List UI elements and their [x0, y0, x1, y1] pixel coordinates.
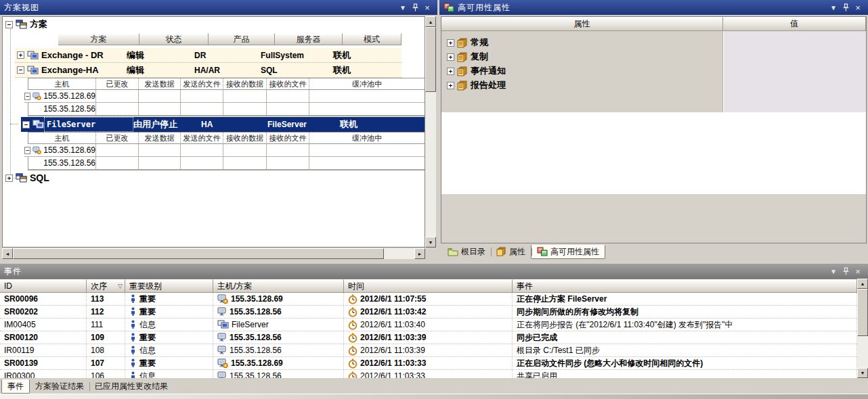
col-header-scenario[interactable]: 方案 — [58, 33, 139, 45]
host-col-header[interactable]: 发送的文件 — [181, 133, 223, 144]
property-group-general[interactable]: + 常规 — [447, 36, 488, 49]
tree-node-sql-group[interactable]: + SQL — [5, 172, 49, 183]
menu-dropdown-icon[interactable]: ▼ — [827, 266, 840, 277]
expand-icon[interactable]: + — [447, 53, 454, 61]
tab-ha-properties[interactable]: 高可用性属性 — [531, 245, 605, 259]
close-icon[interactable]: × — [852, 2, 864, 13]
event-row[interactable]: SR00139 107 重要 155.35.128.69 2012/6/1 11… — [0, 357, 857, 370]
scroll-left-icon[interactable]: ◄ — [2, 248, 13, 259]
tree-node-scenarios-root[interactable]: − 方案 — [5, 18, 47, 30]
col-header-property[interactable]: 属性 — [441, 17, 723, 31]
host-col-header[interactable]: 主机 — [28, 133, 96, 144]
property-group-replication[interactable]: + 复制 — [447, 50, 488, 64]
col-header-time[interactable]: 时间 — [344, 279, 513, 293]
host-col-header[interactable]: 接收的数据 — [223, 78, 267, 90]
host-col-header[interactable]: 发送数据 — [139, 78, 181, 90]
pin-icon[interactable] — [840, 2, 852, 13]
property-group-label: 报告处理 — [471, 79, 506, 91]
col-header-sequence[interactable]: 次序▽ — [87, 279, 125, 293]
expand-icon[interactable]: + — [17, 51, 24, 59]
event-row[interactable]: SR00096 113 重要 155.35.128.69 2012/6/1 11… — [0, 293, 857, 306]
col-header-event[interactable]: 事件 — [513, 279, 857, 293]
col-header-id[interactable]: ID — [0, 279, 87, 293]
host-col-header[interactable]: 发送的文件 — [181, 78, 223, 90]
event-row[interactable]: SR00202 112 重要 155.35.128.56 2012/6/1 11… — [0, 306, 857, 319]
scroll-right-icon[interactable]: ► — [414, 248, 425, 259]
expand-icon[interactable]: + — [5, 174, 13, 182]
scenario-mode: 联机 — [340, 117, 357, 132]
tab-root-directory[interactable]: 根目录 — [442, 245, 491, 259]
master-host-icon — [32, 91, 41, 101]
host-col-header[interactable]: 主机 — [28, 78, 96, 90]
expand-icon[interactable]: + — [447, 39, 454, 47]
scenario-row-exchange-ha[interactable]: − Exchange-HA 编辑 HA/AR SQL 联机 — [15, 63, 402, 78]
menu-dropdown-icon[interactable]: ▼ — [397, 2, 409, 13]
clock-icon — [348, 294, 357, 304]
property-group-report-handling[interactable]: + 报告处理 — [447, 78, 506, 92]
event-severity-cell: 信息 — [125, 370, 213, 378]
sql-group-label: SQL — [30, 172, 49, 183]
pin-icon[interactable] — [409, 2, 421, 13]
tab-scenario-validation-results[interactable]: 方案验证结果 — [30, 379, 89, 394]
clock-icon — [348, 371, 357, 379]
host-col-header[interactable]: 发送数据 — [139, 133, 181, 144]
event-time-cell: 2012/6/1 11:03:42 — [344, 306, 513, 318]
expand-icon[interactable]: + — [447, 82, 454, 89]
scenario-server: FullSystem — [261, 48, 333, 62]
expand-icon[interactable]: + — [447, 68, 454, 75]
replica-host-icon — [217, 346, 227, 355]
collapse-icon[interactable]: − — [17, 66, 24, 74]
host-col-header[interactable]: 已更改 — [96, 78, 139, 90]
collapse-icon[interactable]: − — [5, 21, 13, 28]
event-sequence-cell: 109 — [87, 331, 125, 344]
event-row[interactable]: IR00300 106 信息 155.35.128.56 2012/6/1 11… — [0, 370, 857, 378]
host-col-header[interactable]: 接收的文件 — [267, 133, 309, 144]
tab-events[interactable]: 事件 — [1, 379, 30, 394]
scroll-up-icon[interactable]: ▲ — [857, 279, 868, 289]
col-header-severity[interactable]: 重要级别 — [125, 279, 213, 293]
host-col-header[interactable]: 已更改 — [96, 133, 139, 144]
col-header-host-scenario[interactable]: 主机/方案 — [213, 279, 344, 293]
property-group-label: 事件通知 — [471, 65, 506, 77]
col-header-value[interactable]: 值 — [723, 17, 866, 31]
host-col-header[interactable]: 缓冲池中 — [309, 133, 425, 144]
scroll-down-icon[interactable]: ▼ — [425, 237, 436, 248]
host-row-master[interactable]: − 155.35.128.69 — [24, 144, 96, 157]
event-id-cell: SR00202 — [0, 306, 87, 318]
host-col-header[interactable]: 缓冲池中 — [309, 78, 425, 90]
host-col-header[interactable]: 接收的文件 — [267, 78, 309, 90]
ha-properties-icon — [537, 247, 548, 256]
col-header-mode[interactable]: 模式 — [343, 33, 402, 45]
collapse-icon[interactable]: − — [22, 121, 30, 128]
scroll-up-icon[interactable]: ▲ — [425, 16, 436, 27]
col-header-server[interactable]: 服务器 — [275, 33, 343, 45]
scroll-down-icon[interactable]: ▼ — [857, 368, 868, 378]
property-group-event-notification[interactable]: + 事件通知 — [447, 64, 506, 78]
collapse-icon[interactable]: − — [24, 93, 30, 100]
event-row[interactable]: IR00119 108 信息 155.35.128.56 2012/6/1 11… — [0, 344, 857, 357]
scenario-row-fileserver[interactable]: − FileServer 由用户停止 HA FileServer 联机 — [21, 117, 425, 132]
event-time-cell: 2012/6/1 11:03:39 — [344, 344, 513, 356]
tab-applied-property-changes[interactable]: 已应用属性更改结果 — [89, 379, 173, 394]
menu-dropdown-icon[interactable]: ▼ — [827, 2, 840, 13]
collapse-icon[interactable]: − — [24, 147, 30, 154]
scenario-server: FileServer — [267, 117, 340, 132]
host-row-replica[interactable]: 155.35.128.56 — [28, 157, 96, 170]
col-header-product[interactable]: 产品 — [209, 33, 275, 45]
events-vscrollbar[interactable]: ▲ ▼ — [857, 279, 868, 378]
event-id-cell: IR00300 — [0, 370, 87, 378]
events-rows: SR00096 113 重要 155.35.128.69 2012/6/1 11… — [0, 293, 857, 378]
event-row[interactable]: IM00405 111 信息 FileServer 2012/6/1 11:03… — [0, 319, 857, 331]
close-icon[interactable]: × — [852, 266, 864, 277]
close-icon[interactable]: × — [421, 2, 433, 13]
scenario-name: Exchange - DR — [39, 48, 127, 62]
event-row[interactable]: SR00120 109 重要 155.35.128.56 2012/6/1 11… — [0, 331, 857, 344]
host-row-replica[interactable]: 155.35.128.56 — [28, 103, 96, 116]
host-col-header[interactable]: 接收的数据 — [223, 133, 267, 144]
replica-host-icon — [41, 158, 41, 168]
scenario-row-exchange-dr[interactable]: + Exchange - DR 编辑 DR FullSystem 联机 — [15, 48, 402, 63]
col-header-status[interactable]: 状态 — [139, 33, 209, 45]
tab-properties[interactable]: 属性 — [491, 245, 531, 259]
host-row-master[interactable]: − 155.35.128.69 — [24, 90, 96, 103]
pin-icon[interactable] — [840, 266, 852, 277]
